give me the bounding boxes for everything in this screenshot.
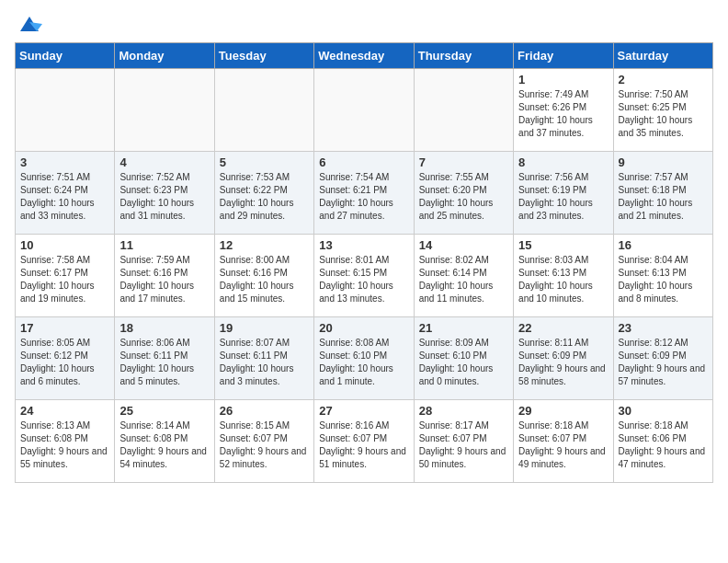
day-info: Sunrise: 8:02 AMSunset: 6:14 PMDaylight:…	[419, 254, 508, 305]
weekday-header-saturday: Saturday	[613, 43, 712, 69]
day-info: Sunrise: 7:59 AMSunset: 6:16 PMDaylight:…	[119, 254, 209, 305]
logo-area	[15, 15, 42, 35]
day-number: 4	[119, 155, 209, 169]
empty-cell	[314, 69, 414, 152]
day-cell-1: 1Sunrise: 7:49 AMSunset: 6:26 PMDaylight…	[514, 69, 613, 152]
day-number: 25	[119, 404, 209, 418]
logo-icon	[17, 15, 42, 35]
week-row-4: 17Sunrise: 8:05 AMSunset: 6:12 PMDayligh…	[16, 317, 713, 400]
day-number: 5	[220, 155, 309, 169]
day-info: Sunrise: 8:07 AMSunset: 6:11 PMDaylight:…	[220, 337, 309, 388]
day-number: 1	[518, 73, 608, 86]
day-number: 27	[319, 404, 408, 418]
day-cell-25: 25Sunrise: 8:14 AMSunset: 6:08 PMDayligh…	[115, 400, 214, 483]
day-number: 3	[20, 155, 109, 169]
day-cell-20: 20Sunrise: 8:08 AMSunset: 6:10 PMDayligh…	[314, 317, 414, 400]
day-info: Sunrise: 8:18 AMSunset: 6:07 PMDaylight:…	[518, 419, 608, 471]
day-number: 11	[119, 238, 209, 252]
day-info: Sunrise: 8:13 AMSunset: 6:08 PMDaylight:…	[20, 419, 109, 471]
day-cell-30: 30Sunrise: 8:18 AMSunset: 6:06 PMDayligh…	[613, 400, 712, 483]
day-number: 20	[319, 321, 408, 335]
day-cell-24: 24Sunrise: 8:13 AMSunset: 6:08 PMDayligh…	[16, 400, 115, 483]
day-number: 9	[619, 155, 708, 169]
day-info: Sunrise: 7:51 AMSunset: 6:24 PMDaylight:…	[20, 171, 109, 223]
day-number: 8	[518, 155, 608, 169]
header	[15, 15, 713, 35]
day-cell-13: 13Sunrise: 8:01 AMSunset: 6:15 PMDayligh…	[314, 235, 414, 317]
day-info: Sunrise: 8:03 AMSunset: 6:13 PMDaylight:…	[518, 254, 608, 305]
day-info: Sunrise: 8:18 AMSunset: 6:06 PMDaylight:…	[619, 419, 708, 471]
calendar-table: SundayMondayTuesdayWednesdayThursdayFrid…	[15, 42, 713, 483]
day-cell-23: 23Sunrise: 8:12 AMSunset: 6:09 PMDayligh…	[613, 317, 712, 400]
day-info: Sunrise: 8:06 AMSunset: 6:11 PMDaylight:…	[119, 337, 209, 388]
weekday-header-monday: Monday	[115, 43, 214, 69]
day-number: 28	[419, 404, 508, 418]
day-info: Sunrise: 7:50 AMSunset: 6:25 PMDaylight:…	[619, 88, 708, 140]
day-info: Sunrise: 8:05 AMSunset: 6:12 PMDaylight:…	[20, 337, 109, 388]
day-number: 19	[220, 321, 309, 335]
day-info: Sunrise: 8:00 AMSunset: 6:16 PMDaylight:…	[220, 254, 309, 305]
day-number: 14	[419, 238, 508, 252]
day-cell-9: 9Sunrise: 7:57 AMSunset: 6:18 PMDaylight…	[613, 152, 712, 235]
day-cell-29: 29Sunrise: 8:18 AMSunset: 6:07 PMDayligh…	[514, 400, 613, 483]
day-info: Sunrise: 7:54 AMSunset: 6:21 PMDaylight:…	[319, 171, 408, 223]
weekday-header-row: SundayMondayTuesdayWednesdayThursdayFrid…	[16, 43, 713, 69]
day-cell-3: 3Sunrise: 7:51 AMSunset: 6:24 PMDaylight…	[16, 152, 115, 235]
day-cell-22: 22Sunrise: 8:11 AMSunset: 6:09 PMDayligh…	[514, 317, 613, 400]
day-number: 15	[518, 238, 608, 252]
weekday-header-friday: Friday	[514, 43, 613, 69]
day-cell-26: 26Sunrise: 8:15 AMSunset: 6:07 PMDayligh…	[214, 400, 313, 483]
day-cell-6: 6Sunrise: 7:54 AMSunset: 6:21 PMDaylight…	[314, 152, 414, 235]
empty-cell	[115, 69, 214, 152]
day-cell-28: 28Sunrise: 8:17 AMSunset: 6:07 PMDayligh…	[414, 400, 513, 483]
empty-cell	[214, 69, 313, 152]
weekday-header-sunday: Sunday	[16, 43, 115, 69]
weekday-header-thursday: Thursday	[414, 43, 513, 69]
day-info: Sunrise: 8:12 AMSunset: 6:09 PMDaylight:…	[619, 337, 708, 388]
day-number: 29	[518, 404, 608, 418]
weekday-header-wednesday: Wednesday	[314, 43, 414, 69]
day-number: 7	[419, 155, 508, 169]
day-info: Sunrise: 8:11 AMSunset: 6:09 PMDaylight:…	[518, 337, 608, 388]
day-info: Sunrise: 7:52 AMSunset: 6:23 PMDaylight:…	[119, 171, 209, 223]
day-info: Sunrise: 7:58 AMSunset: 6:17 PMDaylight:…	[20, 254, 109, 305]
day-info: Sunrise: 8:14 AMSunset: 6:08 PMDaylight:…	[119, 419, 209, 471]
day-cell-17: 17Sunrise: 8:05 AMSunset: 6:12 PMDayligh…	[16, 317, 115, 400]
day-number: 30	[619, 404, 708, 418]
weekday-header-tuesday: Tuesday	[214, 43, 313, 69]
day-number: 24	[20, 404, 109, 418]
day-cell-11: 11Sunrise: 7:59 AMSunset: 6:16 PMDayligh…	[115, 235, 214, 317]
week-row-2: 3Sunrise: 7:51 AMSunset: 6:24 PMDaylight…	[16, 152, 713, 235]
day-number: 10	[20, 238, 109, 252]
day-info: Sunrise: 8:15 AMSunset: 6:07 PMDaylight:…	[220, 419, 309, 471]
day-cell-2: 2Sunrise: 7:50 AMSunset: 6:25 PMDaylight…	[613, 69, 712, 152]
day-info: Sunrise: 8:01 AMSunset: 6:15 PMDaylight:…	[319, 254, 408, 305]
day-info: Sunrise: 8:04 AMSunset: 6:13 PMDaylight:…	[619, 254, 708, 305]
day-cell-16: 16Sunrise: 8:04 AMSunset: 6:13 PMDayligh…	[613, 235, 712, 317]
week-row-3: 10Sunrise: 7:58 AMSunset: 6:17 PMDayligh…	[16, 235, 713, 317]
day-cell-14: 14Sunrise: 8:02 AMSunset: 6:14 PMDayligh…	[414, 235, 513, 317]
day-cell-19: 19Sunrise: 8:07 AMSunset: 6:11 PMDayligh…	[214, 317, 313, 400]
day-cell-18: 18Sunrise: 8:06 AMSunset: 6:11 PMDayligh…	[115, 317, 214, 400]
day-cell-8: 8Sunrise: 7:56 AMSunset: 6:19 PMDaylight…	[514, 152, 613, 235]
day-info: Sunrise: 7:57 AMSunset: 6:18 PMDaylight:…	[619, 171, 708, 223]
day-cell-12: 12Sunrise: 8:00 AMSunset: 6:16 PMDayligh…	[214, 235, 313, 317]
day-info: Sunrise: 7:49 AMSunset: 6:26 PMDaylight:…	[518, 88, 608, 140]
day-number: 17	[20, 321, 109, 335]
day-info: Sunrise: 8:08 AMSunset: 6:10 PMDaylight:…	[319, 337, 408, 388]
day-info: Sunrise: 7:53 AMSunset: 6:22 PMDaylight:…	[220, 171, 309, 223]
day-cell-7: 7Sunrise: 7:55 AMSunset: 6:20 PMDaylight…	[414, 152, 513, 235]
day-info: Sunrise: 8:09 AMSunset: 6:10 PMDaylight:…	[419, 337, 508, 388]
day-cell-5: 5Sunrise: 7:53 AMSunset: 6:22 PMDaylight…	[214, 152, 313, 235]
day-number: 2	[619, 73, 708, 86]
empty-cell	[16, 69, 115, 152]
day-cell-15: 15Sunrise: 8:03 AMSunset: 6:13 PMDayligh…	[514, 235, 613, 317]
day-cell-27: 27Sunrise: 8:16 AMSunset: 6:07 PMDayligh…	[314, 400, 414, 483]
logo	[15, 15, 42, 35]
week-row-1: 1Sunrise: 7:49 AMSunset: 6:26 PMDaylight…	[16, 69, 713, 152]
day-number: 12	[220, 238, 309, 252]
day-info: Sunrise: 8:17 AMSunset: 6:07 PMDaylight:…	[419, 419, 508, 471]
day-cell-10: 10Sunrise: 7:58 AMSunset: 6:17 PMDayligh…	[16, 235, 115, 317]
day-number: 26	[220, 404, 309, 418]
day-info: Sunrise: 8:16 AMSunset: 6:07 PMDaylight:…	[319, 419, 408, 471]
